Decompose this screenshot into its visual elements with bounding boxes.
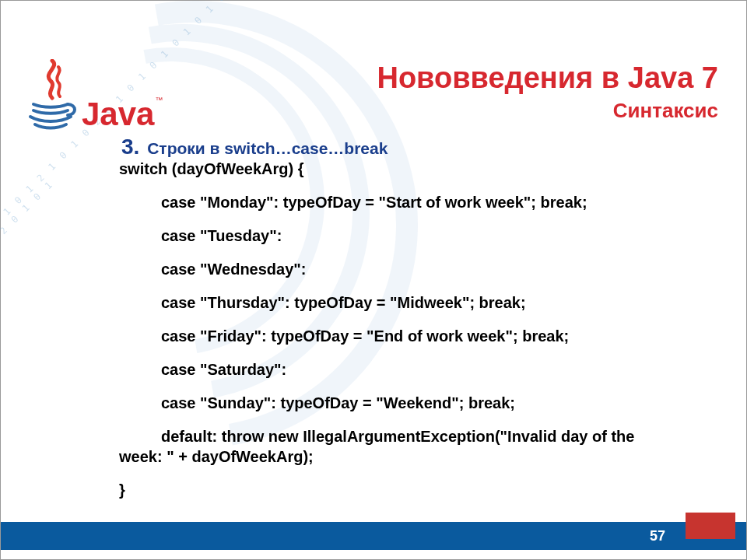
footer-accent (686, 513, 735, 533)
code-line: case "Tuesday": (119, 228, 726, 243)
code-line: case "Thursday": typeOfDay = "Midweek"; … (119, 295, 726, 310)
footer-bar (1, 522, 746, 550)
section-number: 3. (121, 135, 139, 159)
slide: 0 1 0 1 2 1 0 1 0 2 0 1 0 1 0 1 0 1 0 1 … (0, 0, 747, 560)
code-line: } (119, 482, 726, 498)
code-line: case "Sunday": typeOfDay = "Weekend"; br… (119, 395, 726, 411)
footer-accent-thin (686, 533, 735, 539)
slide-title: Нововведения в Java 7 (377, 61, 718, 95)
code-line: switch (dayOfWeekArg) { (119, 161, 726, 177)
code-line: week: " + dayOfWeekArg); (119, 449, 726, 464)
java-cup-icon (23, 59, 79, 133)
logo-tm: ™ (155, 96, 163, 104)
code-line: case "Saturday": (119, 362, 726, 377)
java-logo: Java™ (23, 59, 163, 133)
code-line: case "Wednesday": (119, 261, 726, 277)
code-block: switch (dayOfWeekArg) { case "Monday": t… (119, 161, 726, 516)
code-line: case "Friday": typeOfDay = "End of work … (119, 328, 726, 344)
section-heading: 3. Строки в switch…case…break (121, 135, 728, 159)
section-title: Строки в switch…case…break (147, 139, 388, 157)
code-line: default: throw new IllegalArgumentExcept… (119, 429, 726, 444)
logo-text: Java (82, 96, 154, 132)
java-logo-text: Java™ (79, 96, 163, 133)
code-line: case "Monday": typeOfDay = "Start of wor… (119, 194, 726, 210)
slide-subtitle: Синтаксис (613, 99, 718, 123)
page-number: 57 (650, 528, 665, 544)
